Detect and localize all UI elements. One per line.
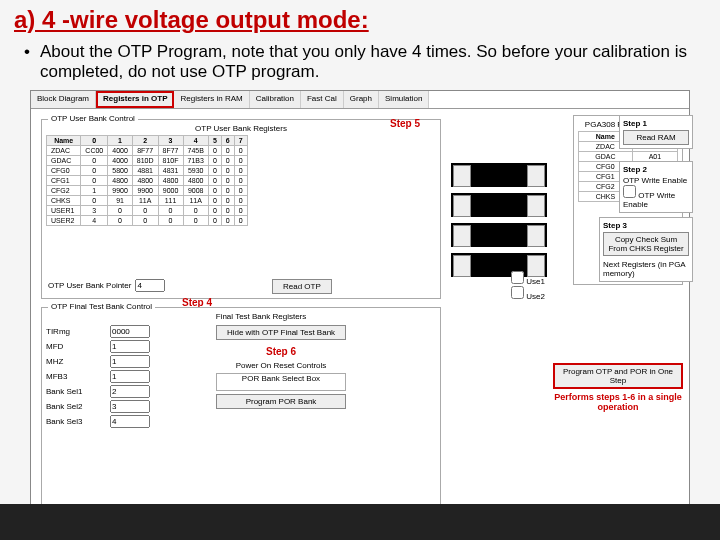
step5-label: Step 5 — [390, 118, 420, 129]
copy-checksum-button[interactable]: Copy Check Sum From CHKS Register — [603, 232, 689, 256]
read-otp-button[interactable]: Read OTP — [272, 279, 332, 294]
bar-2 — [451, 193, 547, 217]
por-box: POR Bank Select Box — [216, 373, 346, 391]
ptr-input[interactable] — [135, 279, 165, 292]
ft-legend: OTP Final Test Bank Control — [48, 302, 155, 311]
footer-bar — [0, 504, 720, 540]
use2-check[interactable]: Use2 — [511, 286, 545, 301]
app-window: Block Diagram Registers in OTP Registers… — [30, 90, 690, 510]
step1-label: Step 1 — [623, 119, 689, 128]
program-otp-por-button[interactable]: Program OTP and POR in One Step — [553, 363, 683, 389]
progress-bars — [451, 163, 547, 283]
otp-write-check[interactable]: OTP Write Enable — [623, 191, 675, 209]
por-label: Power On Reset Controls — [216, 361, 346, 370]
step6-label: Step 6 — [216, 346, 346, 357]
tab-fast-cal[interactable]: Fast Cal — [301, 91, 344, 108]
use1-check[interactable]: Use1 — [511, 271, 545, 286]
ft-sub: Final Test Bank Registers — [86, 312, 436, 321]
step2-text: OTP Write Enable — [623, 176, 689, 185]
ft-right: Hide with OTP Final Test Bank Step 6 Pow… — [216, 323, 346, 409]
tab-simulation[interactable]: Simulation — [379, 91, 429, 108]
ptr-label: OTP User Bank Pointer — [48, 281, 131, 290]
step1-box: Step 1 Read RAM — [619, 115, 693, 149]
user-bank-legend: OTP User Bank Control — [48, 114, 138, 123]
read-ram-button[interactable]: Read RAM — [623, 130, 689, 145]
user-bank-group: OTP User Bank Control OTP User Bank Regi… — [41, 119, 441, 299]
program-por-button[interactable]: Program POR Bank — [216, 394, 346, 409]
tab-registers-otp[interactable]: Registers in OTP — [96, 91, 174, 108]
step2-box: Step 2 OTP Write Enable OTP Write Enable — [619, 161, 693, 213]
ft-fields: TIRmgMFDMHZMFB3Bank Sel1Bank Sel2Bank Se… — [46, 323, 196, 430]
step2-label: Step 2 — [623, 165, 689, 174]
bar-3 — [451, 223, 547, 247]
tab-graph[interactable]: Graph — [344, 91, 379, 108]
intro-bullet: About the OTP Program, note that you onl… — [0, 36, 720, 90]
use-checks: Use1 Use2 — [511, 271, 545, 301]
user-bank-sub: OTP User Bank Registers — [46, 124, 436, 133]
final-test-group: OTP Final Test Bank Control Final Test B… — [41, 307, 441, 507]
next-reg-label: Next Registers (in PGA memory) — [603, 260, 689, 278]
program-group: Program OTP and POR in One Step Performs… — [553, 361, 683, 412]
hide-button[interactable]: Hide with OTP Final Test Bank — [216, 325, 346, 340]
bar-1 — [451, 163, 547, 187]
tab-calibration[interactable]: Calibration — [250, 91, 301, 108]
tab-bar: Block Diagram Registers in OTP Registers… — [31, 91, 689, 109]
tab-block-diagram[interactable]: Block Diagram — [31, 91, 96, 108]
step3-label: Step 3 — [603, 221, 689, 230]
page-title: a) 4 -wire voltage output mode: — [0, 0, 720, 36]
bank-pointer: OTP User Bank Pointer — [48, 279, 165, 292]
tab-registers-ram[interactable]: Registers in RAM — [174, 91, 249, 108]
step3-box: Step 3 Copy Check Sum From CHKS Register… — [599, 217, 693, 282]
program-note: Performs steps 1-6 in a single operation — [553, 392, 683, 412]
bank-table: Name01234567ZDACCC0040008F778F77745B000G… — [46, 135, 248, 226]
